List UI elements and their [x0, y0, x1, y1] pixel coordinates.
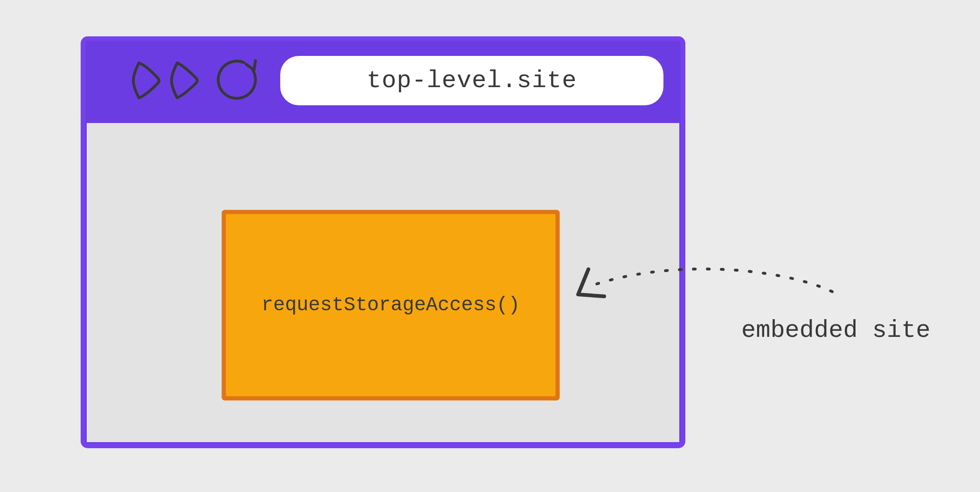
annotation-label: embedded site	[741, 317, 931, 344]
embedded-api-call: requestStorageAccess()	[224, 212, 558, 398]
address-bar-text: top-level.site	[280, 56, 663, 105]
diagram-canvas: top-level.site requestStorageAccess() em…	[0, 0, 980, 492]
